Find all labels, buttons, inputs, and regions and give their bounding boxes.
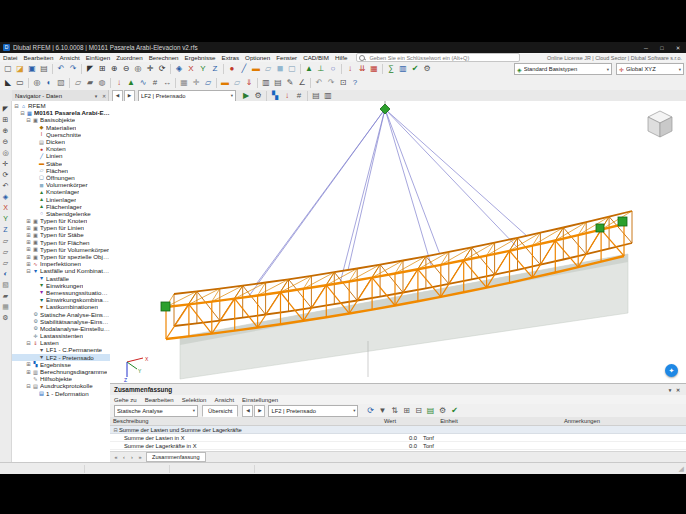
render-icon[interactable]: ▰: [0, 290, 11, 301]
summary-table[interactable]: BeschreibungWertEinheitAnmerkungen ⊟ Sum…: [110, 417, 686, 452]
coordinate-system-combo[interactable]: ✛ Global XYZ ▾: [616, 63, 684, 75]
clipping-icon[interactable]: ▧: [55, 77, 67, 89]
tree-item[interactable]: ▤Dicken: [12, 138, 110, 145]
print-graphic-icon[interactable]: ▤: [310, 90, 322, 102]
tree-item[interactable]: ▲Flächenlager: [12, 203, 110, 210]
full-screen-icon[interactable]: ⊡: [337, 77, 349, 89]
tree-item[interactable]: ⊞∿Imperfektionen: [12, 260, 110, 267]
show-deformation-icon[interactable]: ∿: [137, 77, 149, 89]
tree-item[interactable]: ⚙Statische Analyse-Einstellungen: [12, 310, 110, 317]
maximize-button[interactable]: □: [654, 42, 670, 53]
view-in-z-icon[interactable]: Z: [209, 63, 221, 75]
show-loads-icon[interactable]: ↓: [113, 77, 125, 89]
show-results-icon[interactable]: ▚: [269, 90, 281, 102]
show-values-icon[interactable]: #: [293, 90, 305, 102]
column-header-3[interactable]: Anmerkungen: [478, 418, 686, 424]
tree-item[interactable]: ⊟▣Basisobjekte: [12, 116, 110, 123]
tree-expander-icon[interactable]: ⊟: [25, 117, 32, 123]
new-member-icon[interactable]: ▬: [219, 77, 231, 89]
panel-menu-icon[interactable]: ▾: [92, 93, 100, 99]
new-model-icon[interactable]: ▢: [2, 63, 14, 75]
view-in-y-icon[interactable]: Y: [197, 63, 209, 75]
tree-expander-icon[interactable]: ⊞: [25, 369, 32, 375]
sheet-tab-summary[interactable]: Zusammenfassung: [146, 452, 206, 462]
line-support-icon[interactable]: ⊥: [315, 63, 327, 75]
solid-icon[interactable]: ◼: [274, 63, 286, 75]
line-icon[interactable]: ╱: [238, 63, 250, 75]
clipping-icon[interactable]: ▧: [0, 279, 11, 290]
help-icon[interactable]: ?: [349, 77, 361, 89]
surface-load-icon[interactable]: ▦: [368, 63, 380, 75]
tree-item[interactable]: ▲Knotenlager: [12, 188, 110, 195]
export-graphic-icon[interactable]: ▥: [322, 90, 334, 102]
keyword-search[interactable]: [356, 53, 520, 62]
tree-expander-icon[interactable]: ⊞: [25, 232, 32, 238]
member-load-icon[interactable]: ⇊: [356, 63, 368, 75]
tree-item[interactable]: ▲Linienlager: [12, 195, 110, 202]
tree-expander-icon[interactable]: ⊟: [19, 110, 26, 116]
load-case-combo[interactable]: LF2 | Pretensado ▾: [138, 90, 236, 102]
check-icon[interactable]: ✔: [448, 405, 460, 417]
pan-icon[interactable]: ✛: [0, 158, 11, 169]
menu-fenster[interactable]: Fenster: [273, 54, 300, 61]
tree-item[interactable]: ◆Materialien: [12, 124, 110, 131]
tree-expander-icon[interactable]: ⊞: [25, 239, 32, 245]
panel-menu-selektion[interactable]: Selektion: [178, 397, 211, 403]
save-icon[interactable]: ▣: [26, 63, 38, 75]
plane-xz-icon[interactable]: ▱: [0, 257, 11, 268]
grid-icon[interactable]: ▦: [178, 77, 190, 89]
tree-item[interactable]: ⚙Modalanalyse-Einstellungen: [12, 325, 110, 332]
notes-icon[interactable]: ✎: [284, 77, 296, 89]
model-viewport[interactable]: XYZ ✦: [110, 101, 686, 383]
print-icon[interactable]: ▤: [38, 63, 50, 75]
orbit-icon[interactable]: ⟳: [0, 169, 11, 180]
select-window-icon[interactable]: ▭: [14, 77, 26, 89]
tree-expander-icon[interactable]: ⊟: [25, 268, 32, 274]
collapse-group-icon[interactable]: ⊟: [112, 427, 119, 433]
view-settings-icon[interactable]: ⚙: [0, 312, 11, 323]
tables-icon[interactable]: ▥: [260, 77, 272, 89]
member-icon[interactable]: ▬: [250, 63, 262, 75]
nodal-load-icon[interactable]: ↓: [344, 63, 356, 75]
tree-item[interactable]: ✎Hilfsobjekte: [12, 375, 110, 382]
sheet-nav-button[interactable]: ‹: [120, 454, 128, 460]
tree-item[interactable]: ⊟⇓Lasten: [12, 339, 110, 346]
display-profile-combo[interactable]: ◈ Standard Basistypen ▾: [514, 63, 612, 75]
tree-item[interactable]: ⊟▦M0161 Pasarela Arabí-Elevacion v2.rfs: [12, 109, 110, 116]
tree-item[interactable]: ⊞▥Berechnungsdiagramme: [12, 368, 110, 375]
table-row[interactable]: Summe der Lasten in X0.0Tonf: [110, 434, 686, 442]
isometric-view-icon[interactable]: ◈: [0, 191, 11, 202]
isometric-view-icon[interactable]: ◈: [173, 63, 185, 75]
tree-item[interactable]: ▤1 - Deformation: [12, 390, 110, 397]
panel-menu-icon[interactable]: ▾: [666, 387, 674, 393]
tree-item[interactable]: ●Knoten: [12, 145, 110, 152]
tab-overview[interactable]: Übersicht: [202, 405, 238, 417]
tree-item[interactable]: ⊞▣Typen für Volumenkörper: [12, 246, 110, 253]
column-header-1[interactable]: Wert: [360, 418, 420, 424]
menu-hilfe[interactable]: Hilfe: [332, 54, 350, 61]
visibility-icon[interactable]: ◐: [0, 268, 11, 279]
tree-item[interactable]: ⊞▣Typen für Flächen: [12, 239, 110, 246]
refresh-icon[interactable]: ⟳: [364, 405, 376, 417]
expand-all-icon[interactable]: ⊞: [400, 405, 412, 417]
table-row[interactable]: Summe der Lagerkräfte in X0.0Tonf: [110, 442, 686, 450]
previous-view-icon[interactable]: ↶: [0, 180, 11, 191]
calculation-settings-icon[interactable]: ⚙: [252, 90, 264, 102]
tree-expander-icon[interactable]: ⊟: [25, 340, 32, 346]
opening-icon[interactable]: ▢: [286, 63, 298, 75]
menu-bearbeiten[interactable]: Bearbeiten: [20, 54, 56, 61]
analysis-type-combo[interactable]: Statische Analyse ▾: [114, 405, 198, 417]
column-header-2[interactable]: Einheit: [420, 418, 478, 424]
menu-berechnen[interactable]: Berechnen: [146, 54, 182, 61]
zoom-in-icon[interactable]: ⊕: [0, 125, 11, 136]
tree-item[interactable]: ▬Stäbe: [12, 160, 110, 167]
tree-item[interactable]: ⊞▣Typen für spezielle Objekte: [12, 253, 110, 260]
select-arrow-icon[interactable]: ◣: [2, 77, 14, 89]
new-load-icon[interactable]: ⇓: [243, 77, 255, 89]
tree-expander-icon[interactable]: ⊞: [25, 218, 32, 224]
next-case-button[interactable]: ▶: [254, 405, 265, 417]
zoom-all-icon[interactable]: ◎: [0, 147, 11, 158]
view-in-x-icon[interactable]: X: [185, 63, 197, 75]
next-view-icon[interactable]: ↷: [325, 77, 337, 89]
tree-item[interactable]: ⊞▚Ergebnisse: [12, 361, 110, 368]
